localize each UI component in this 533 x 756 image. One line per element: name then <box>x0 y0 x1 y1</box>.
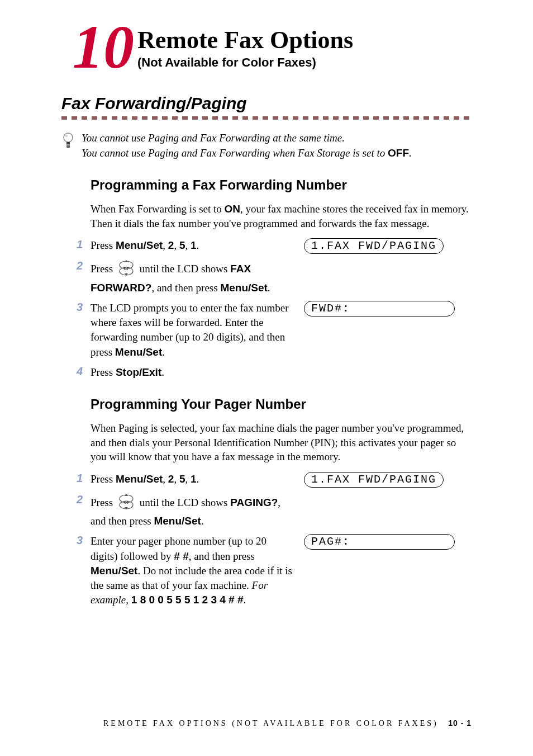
t: , and then press <box>189 550 255 562</box>
svg-text:or: or <box>124 265 129 271</box>
t: # # <box>174 550 188 562</box>
note-line2-a: You cannot use Paging and Fax Forwarding… <box>82 147 388 159</box>
lcd-display: FWD#: <box>304 301 455 316</box>
section-title: Fax Forwarding/Paging <box>61 94 472 113</box>
t: . <box>201 515 204 527</box>
t: 1 <box>191 239 197 251</box>
t: , <box>163 239 168 251</box>
t: Menu/Set <box>116 239 163 251</box>
t: , <box>163 473 168 485</box>
t: , and then press <box>151 282 220 294</box>
t: 2 <box>168 239 174 251</box>
lcd-display: PAG#: <box>304 534 455 550</box>
t: . <box>197 239 199 251</box>
intro1-on: ON <box>225 203 241 215</box>
t: , <box>174 473 179 485</box>
t: . <box>197 473 199 485</box>
svg-point-0 <box>64 133 73 142</box>
intro-fax-forward: When Fax Forwarding is set to ON, your f… <box>91 202 472 230</box>
step-number: 1 <box>61 238 91 251</box>
t: Press <box>91 366 116 378</box>
t: Menu/Set <box>154 515 201 527</box>
lcd-display: 1.FAX FWD/PAGING <box>304 472 444 488</box>
chapter-title: Remote Fax Options <box>137 26 353 54</box>
note-line1: You cannot use Paging and Fax Forwarding… <box>82 132 345 144</box>
note-line2-c: . <box>409 147 412 159</box>
t: Press <box>91 473 116 485</box>
note-off: OFF <box>388 147 409 159</box>
chapter-number: 10 <box>73 22 134 72</box>
intro1-a: When Fax Forwarding is set to <box>91 203 225 215</box>
step-text: Press or until the LCD shows FAX FORWARD… <box>91 259 304 295</box>
subheading-fax-forward: Programming a Fax Forwarding Number <box>91 177 472 193</box>
t: Menu/Set <box>91 565 137 577</box>
sub2-step3: 3 Enter your pager phone number (up to 2… <box>61 534 472 607</box>
chapter-subtitle: (Not Available for Color Faxes) <box>137 55 353 70</box>
sub2-step2: 2 Press or until the LCD shows PAGING?, … <box>61 493 472 528</box>
step-number: 2 <box>61 493 91 506</box>
step-number: 2 <box>61 259 91 272</box>
t: 1 <box>191 473 197 485</box>
sub1-step4: 4 Press Stop/Exit. <box>61 365 472 380</box>
intro-pager: When Paging is selected, your fax machin… <box>91 421 472 464</box>
dashed-rule <box>61 116 472 120</box>
lcd-col: PAG#: <box>304 534 472 550</box>
t: . <box>268 282 270 294</box>
t: . <box>162 346 165 358</box>
note-text: You cannot use Paging and Fax Forwarding… <box>82 131 412 160</box>
t: Menu/Set <box>220 282 267 294</box>
step-text: Enter your pager phone number (up to 20 … <box>91 534 304 607</box>
t: , <box>174 239 179 251</box>
step-text: The LCD prompts you to enter the fax num… <box>91 301 304 360</box>
lightbulb-icon <box>61 132 76 154</box>
step-text: Press or until the LCD shows PAGING?, an… <box>91 493 304 528</box>
t: Menu/Set <box>116 473 163 485</box>
t: 5 <box>179 473 185 485</box>
t: . <box>161 366 164 378</box>
step-text: Press Menu/Set, 2, 5, 1. <box>91 472 304 486</box>
t: PAGING? <box>230 497 278 508</box>
step-number: 1 <box>61 472 91 485</box>
lcd-col: 1.FAX FWD/PAGING <box>304 238 472 254</box>
chapter-header: 10 Remote Fax Options (Not Available for… <box>73 22 472 72</box>
sub1-step1: 1 Press Menu/Set, 2, 5, 1. 1.FAX FWD/PAG… <box>61 238 472 254</box>
step-number: 4 <box>61 365 91 378</box>
t: 5 <box>179 239 185 251</box>
t: , <box>185 473 191 485</box>
svg-text:or: or <box>124 499 129 505</box>
step-text: Press Menu/Set, 2, 5, 1. <box>91 238 304 253</box>
sub2-step1: 1 Press Menu/Set, 2, 5, 1. 1.FAX FWD/PAG… <box>61 472 472 488</box>
nav-updown-icon: or <box>118 259 135 280</box>
t: Press <box>91 263 116 275</box>
step-number: 3 <box>61 534 91 547</box>
t: , <box>185 239 191 251</box>
page-number: 10 - 1 <box>448 719 472 727</box>
svg-rect-2 <box>66 142 70 148</box>
svg-point-1 <box>65 135 68 137</box>
t: Press <box>91 239 116 251</box>
t: Menu/Set <box>115 346 162 358</box>
sub1-step3: 3 The LCD prompts you to enter the fax n… <box>61 301 472 360</box>
t: until the LCD shows <box>137 263 230 275</box>
page-footer: REMOTE FAX OPTIONS (NOT AVAILABLE FOR CO… <box>61 719 472 728</box>
footer-text: REMOTE FAX OPTIONS (NOT AVAILABLE FOR CO… <box>103 719 439 727</box>
t: 1 8 0 0 5 5 5 1 2 3 4 # # <box>131 594 244 606</box>
lcd-col: 1.FAX FWD/PAGING <box>304 472 472 488</box>
note-block: You cannot use Paging and Fax Forwarding… <box>61 131 472 160</box>
step-text: Press Stop/Exit. <box>91 365 304 380</box>
t: until the LCD shows <box>137 497 230 508</box>
nav-updown-icon: or <box>118 493 135 514</box>
lcd-display: 1.FAX FWD/PAGING <box>304 238 444 254</box>
t: , <box>126 594 131 606</box>
t: 2 <box>168 473 174 485</box>
lcd-col: FWD#: <box>304 301 472 316</box>
subheading-pager: Programming Your Pager Number <box>91 396 472 412</box>
t: . <box>244 594 246 606</box>
step-number: 3 <box>61 301 91 314</box>
t: Press <box>91 497 116 508</box>
chapter-titles: Remote Fax Options (Not Available for Co… <box>137 26 353 70</box>
t: Stop/Exit <box>116 366 161 378</box>
sub1-step2: 2 Press or until the LCD shows FAX FORWA… <box>61 259 472 295</box>
